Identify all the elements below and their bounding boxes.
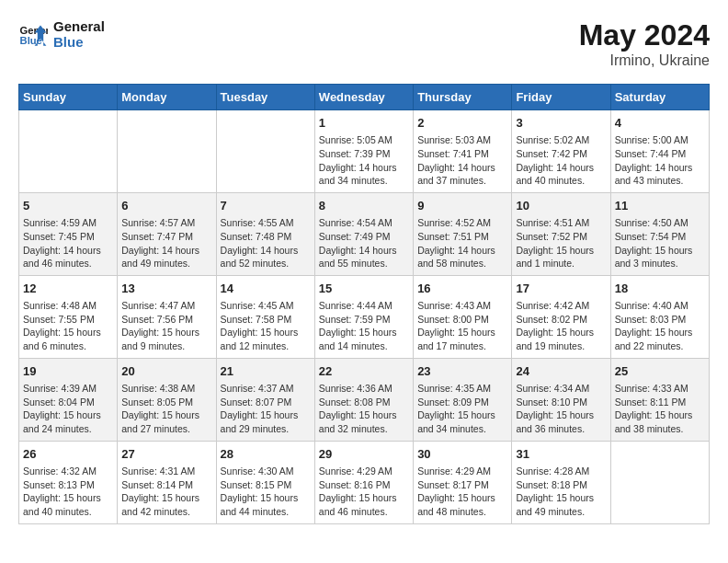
week-row-3: 12Sunrise: 4:48 AM Sunset: 7:55 PM Dayli… [19, 275, 710, 358]
page-header: General Blue General Blue May 2024 Irmin… [18, 18, 710, 69]
calendar-cell: 27Sunrise: 4:31 AM Sunset: 8:14 PM Dayli… [118, 441, 216, 523]
day-info: Sunrise: 5:05 AM Sunset: 7:39 PM Dayligh… [319, 133, 409, 188]
day-info: Sunrise: 4:36 AM Sunset: 8:08 PM Dayligh… [319, 382, 409, 436]
calendar-cell: 2Sunrise: 5:03 AM Sunset: 7:41 PM Daylig… [414, 110, 512, 193]
week-row-5: 26Sunrise: 4:32 AM Sunset: 8:13 PM Dayli… [19, 441, 710, 523]
day-info: Sunrise: 4:30 AM Sunset: 8:15 PM Dayligh… [221, 465, 311, 519]
weekday-header-thursday: Thursday [414, 85, 512, 110]
calendar-cell: 23Sunrise: 4:35 AM Sunset: 8:09 PM Dayli… [414, 358, 512, 441]
day-info: Sunrise: 4:55 AM Sunset: 7:48 PM Dayligh… [221, 216, 311, 270]
calendar-cell: 20Sunrise: 4:38 AM Sunset: 8:05 PM Dayli… [118, 358, 216, 441]
calendar-cell: 28Sunrise: 4:30 AM Sunset: 8:15 PM Dayli… [216, 441, 314, 523]
day-info: Sunrise: 4:33 AM Sunset: 8:11 PM Dayligh… [615, 382, 705, 436]
calendar-cell: 4Sunrise: 5:00 AM Sunset: 7:44 PM Daylig… [610, 110, 709, 193]
calendar-cell: 26Sunrise: 4:32 AM Sunset: 8:13 PM Dayli… [19, 441, 118, 523]
day-number: 19 [23, 363, 113, 380]
day-info: Sunrise: 4:50 AM Sunset: 7:54 PM Dayligh… [615, 216, 705, 270]
weekday-header-friday: Friday [512, 85, 610, 110]
logo-blue: Blue [53, 34, 105, 50]
calendar-cell: 15Sunrise: 4:44 AM Sunset: 7:59 PM Dayli… [314, 275, 413, 358]
week-row-1: 1Sunrise: 5:05 AM Sunset: 7:39 PM Daylig… [19, 110, 710, 193]
day-info: Sunrise: 4:45 AM Sunset: 7:58 PM Dayligh… [221, 299, 311, 353]
day-number: 1 [319, 115, 409, 132]
day-number: 15 [319, 281, 409, 297]
calendar-cell: 1Sunrise: 5:05 AM Sunset: 7:39 PM Daylig… [314, 110, 413, 193]
day-number: 4 [615, 115, 705, 132]
day-info: Sunrise: 4:52 AM Sunset: 7:51 PM Dayligh… [417, 216, 507, 270]
day-number: 6 [121, 198, 211, 214]
day-number: 3 [516, 115, 606, 132]
calendar-cell: 21Sunrise: 4:37 AM Sunset: 8:07 PM Dayli… [216, 358, 314, 441]
day-number: 17 [516, 281, 606, 297]
day-number: 27 [121, 446, 211, 463]
day-info: Sunrise: 5:00 AM Sunset: 7:44 PM Dayligh… [615, 133, 705, 188]
day-number: 13 [121, 281, 211, 297]
day-info: Sunrise: 4:31 AM Sunset: 8:14 PM Dayligh… [121, 465, 211, 519]
calendar-cell: 24Sunrise: 4:34 AM Sunset: 8:10 PM Dayli… [512, 358, 610, 441]
day-info: Sunrise: 4:59 AM Sunset: 7:45 PM Dayligh… [23, 216, 113, 270]
calendar-cell: 19Sunrise: 4:39 AM Sunset: 8:04 PM Dayli… [19, 358, 118, 441]
day-number: 20 [121, 363, 211, 380]
calendar-cell: 17Sunrise: 4:42 AM Sunset: 8:02 PM Dayli… [512, 275, 610, 358]
weekday-header-row: SundayMondayTuesdayWednesdayThursdayFrid… [19, 85, 710, 110]
calendar-cell: 14Sunrise: 4:45 AM Sunset: 7:58 PM Dayli… [216, 275, 314, 358]
day-number: 29 [319, 446, 409, 463]
week-row-2: 5Sunrise: 4:59 AM Sunset: 7:45 PM Daylig… [19, 192, 710, 275]
calendar-cell: 30Sunrise: 4:29 AM Sunset: 8:17 PM Dayli… [414, 441, 512, 523]
day-info: Sunrise: 4:39 AM Sunset: 8:04 PM Dayligh… [23, 382, 113, 436]
day-info: Sunrise: 4:48 AM Sunset: 7:55 PM Dayligh… [23, 299, 113, 353]
day-info: Sunrise: 5:02 AM Sunset: 7:42 PM Dayligh… [516, 133, 606, 188]
day-info: Sunrise: 4:29 AM Sunset: 8:17 PM Dayligh… [417, 465, 507, 519]
day-info: Sunrise: 4:34 AM Sunset: 8:10 PM Dayligh… [516, 382, 606, 436]
calendar-cell: 9Sunrise: 4:52 AM Sunset: 7:51 PM Daylig… [414, 192, 512, 275]
calendar-cell: 13Sunrise: 4:47 AM Sunset: 7:56 PM Dayli… [118, 275, 216, 358]
day-info: Sunrise: 4:38 AM Sunset: 8:05 PM Dayligh… [121, 382, 211, 436]
logo-icon: General Blue [18, 19, 48, 49]
day-number: 12 [23, 281, 113, 297]
main-title: May 2024 [579, 18, 710, 52]
calendar-cell: 6Sunrise: 4:57 AM Sunset: 7:47 PM Daylig… [118, 192, 216, 275]
day-number: 26 [23, 446, 113, 463]
day-info: Sunrise: 4:40 AM Sunset: 8:03 PM Dayligh… [615, 299, 705, 353]
weekday-header-wednesday: Wednesday [314, 85, 413, 110]
day-number: 14 [221, 281, 311, 297]
day-number: 2 [417, 115, 507, 132]
day-number: 10 [516, 198, 606, 214]
day-info: Sunrise: 4:43 AM Sunset: 8:00 PM Dayligh… [417, 299, 507, 353]
calendar-cell [610, 441, 709, 523]
day-info: Sunrise: 4:28 AM Sunset: 8:18 PM Dayligh… [516, 465, 606, 519]
calendar-cell: 8Sunrise: 4:54 AM Sunset: 7:49 PM Daylig… [314, 192, 413, 275]
weekday-header-monday: Monday [118, 85, 216, 110]
calendar-cell: 18Sunrise: 4:40 AM Sunset: 8:03 PM Dayli… [610, 275, 709, 358]
day-number: 11 [615, 198, 705, 214]
logo: General Blue General Blue [18, 18, 105, 50]
day-info: Sunrise: 4:57 AM Sunset: 7:47 PM Dayligh… [121, 216, 211, 270]
day-number: 9 [417, 198, 507, 214]
calendar-cell [19, 110, 118, 193]
day-info: Sunrise: 4:54 AM Sunset: 7:49 PM Dayligh… [319, 216, 409, 270]
calendar-cell [216, 110, 314, 193]
day-info: Sunrise: 5:03 AM Sunset: 7:41 PM Dayligh… [417, 133, 507, 188]
day-number: 22 [319, 363, 409, 380]
weekday-header-saturday: Saturday [610, 85, 709, 110]
weekday-header-tuesday: Tuesday [216, 85, 314, 110]
day-info: Sunrise: 4:35 AM Sunset: 8:09 PM Dayligh… [417, 382, 507, 436]
day-number: 8 [319, 198, 409, 214]
calendar-cell: 29Sunrise: 4:29 AM Sunset: 8:16 PM Dayli… [314, 441, 413, 523]
logo-general: General [53, 18, 105, 34]
calendar-cell: 16Sunrise: 4:43 AM Sunset: 8:00 PM Dayli… [414, 275, 512, 358]
calendar-cell: 22Sunrise: 4:36 AM Sunset: 8:08 PM Dayli… [314, 358, 413, 441]
day-number: 25 [615, 363, 705, 380]
day-number: 16 [417, 281, 507, 297]
calendar-cell: 25Sunrise: 4:33 AM Sunset: 8:11 PM Dayli… [610, 358, 709, 441]
calendar-cell: 11Sunrise: 4:50 AM Sunset: 7:54 PM Dayli… [610, 192, 709, 275]
calendar-cell: 7Sunrise: 4:55 AM Sunset: 7:48 PM Daylig… [216, 192, 314, 275]
day-number: 28 [221, 446, 311, 463]
calendar-table: SundayMondayTuesdayWednesdayThursdayFrid… [18, 84, 710, 524]
subtitle: Irmino, Ukraine [579, 52, 710, 69]
calendar-cell: 10Sunrise: 4:51 AM Sunset: 7:52 PM Dayli… [512, 192, 610, 275]
day-info: Sunrise: 4:29 AM Sunset: 8:16 PM Dayligh… [319, 465, 409, 519]
day-number: 18 [615, 281, 705, 297]
day-number: 31 [516, 446, 606, 463]
day-number: 24 [516, 363, 606, 380]
